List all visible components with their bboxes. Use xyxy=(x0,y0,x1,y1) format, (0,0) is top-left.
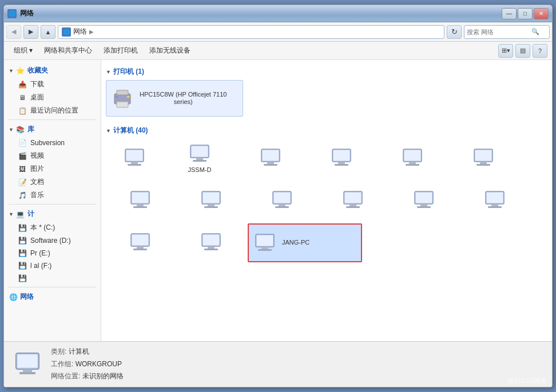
svg-rect-62 xyxy=(257,235,273,246)
computer-item-10[interactable] xyxy=(390,181,458,221)
svg-rect-50 xyxy=(487,193,503,203)
sidebar-item-label: 图片 xyxy=(30,164,44,174)
back-button[interactable]: ◀ xyxy=(6,25,21,39)
computer-icon-1 xyxy=(123,147,146,168)
svg-rect-8 xyxy=(128,164,141,166)
search-icon[interactable]: 🔍 xyxy=(530,26,541,38)
svg-rect-27 xyxy=(480,162,487,164)
organize-button[interactable]: 组织 ▾ xyxy=(9,44,38,58)
computer-item-7[interactable] xyxy=(177,181,245,221)
svg-rect-66 xyxy=(18,355,37,367)
libraries-label: 库 xyxy=(27,125,34,134)
address-bar: ◀ ▶ ▲ 🌐 网络 ▶ ↻ 🔍 xyxy=(4,22,552,42)
svg-rect-46 xyxy=(416,193,432,203)
svg-rect-47 xyxy=(420,204,427,206)
svg-rect-44 xyxy=(346,206,360,208)
add-printer-button[interactable]: 添加打印机 xyxy=(98,44,143,58)
sidebar-item-f[interactable]: 💾 l al (F:) xyxy=(4,259,101,272)
favorites-header[interactable]: ▼ ⭐ 收藏夹 xyxy=(4,63,101,78)
search-input[interactable] xyxy=(467,29,530,35)
sidebar-item-downloads[interactable]: 📥 下载 xyxy=(4,78,101,91)
computer-icon-12 xyxy=(129,232,152,253)
computer-item-12[interactable] xyxy=(106,223,174,263)
sidebar-item-e[interactable]: 💾 Pr (E:) xyxy=(4,247,101,259)
printer-item-1[interactable]: HPC15C8W (HP Officejet 7110series) xyxy=(106,80,243,117)
svg-rect-24 xyxy=(406,164,419,166)
computer-header[interactable]: ▼ 💻 计 xyxy=(4,207,101,221)
computer-icon-11 xyxy=(483,190,506,210)
network-header[interactable]: 🌐 网络 xyxy=(4,290,101,304)
sidebar-item-documents[interactable]: 📝 文档 xyxy=(4,175,101,189)
preview-pane-button[interactable]: ▤ xyxy=(515,44,530,58)
svg-rect-63 xyxy=(261,247,268,249)
sidebar-item-extra[interactable]: 💾 xyxy=(4,272,101,285)
computer-item-label: JSSM-D xyxy=(188,166,212,174)
view-mode-button[interactable]: ⊞▾ xyxy=(498,44,513,58)
computer-item-jssm[interactable]: JSSM-D xyxy=(165,139,234,179)
drive-d-icon: 💾 xyxy=(18,236,27,245)
up-button[interactable]: ▲ xyxy=(41,25,55,39)
svg-rect-64 xyxy=(258,249,272,251)
computer-item-2[interactable] xyxy=(236,139,305,179)
sidebar-item-d[interactable]: 💾 Software (D:) xyxy=(4,234,101,247)
sidebar-item-recent[interactable]: 📋 最近访问的位置 xyxy=(4,104,101,117)
workgroup-label: 工作组: xyxy=(51,360,73,368)
printer-icon xyxy=(111,88,134,109)
path-arrow: ▶ xyxy=(89,29,94,35)
close-button[interactable]: ✕ xyxy=(534,8,549,19)
svg-rect-16 xyxy=(264,164,277,166)
computers-grid: JSSM-D xyxy=(106,139,547,263)
computer-item-8[interactable] xyxy=(248,181,316,221)
explorer-window: 🌐 网络 — □ ✕ ◀ ▶ ▲ 🌐 网络 ▶ ↻ 🔍 组织 ▾ 网络和共享中心… xyxy=(3,5,553,387)
sidebar-item-label: 下载 xyxy=(30,79,44,89)
favorites-section: ▼ ⭐ 收藏夹 📥 下载 🖥 桌面 📋 最近访问的位置 xyxy=(4,63,101,117)
favorites-arrow: ▼ xyxy=(9,68,14,74)
sidebar-item-music[interactable]: 🎵 音乐 xyxy=(4,189,101,202)
favorites-icon: ⭐ xyxy=(16,66,25,75)
forward-button[interactable]: ▶ xyxy=(23,25,38,39)
refresh-button[interactable]: ↻ xyxy=(447,25,462,39)
computer-icon-10 xyxy=(412,190,435,210)
sidebar-item-desktop[interactable]: 🖥 桌面 xyxy=(4,91,101,104)
svg-rect-43 xyxy=(350,204,356,206)
svg-rect-34 xyxy=(203,193,219,203)
svg-rect-22 xyxy=(404,150,420,161)
sidebar-item-label: 本 * (C:) xyxy=(30,223,55,233)
computer-item-13[interactable] xyxy=(177,223,245,263)
computer-item-9[interactable] xyxy=(319,181,387,221)
sidebar-item-pictures[interactable]: 🖼 图片 xyxy=(4,162,101,175)
add-wireless-button[interactable]: 添加无线设备 xyxy=(144,44,196,58)
drive-e-icon: 💾 xyxy=(18,249,27,258)
sidebar-item-video[interactable]: 🎬 视频 xyxy=(4,149,101,162)
help-button[interactable]: ? xyxy=(533,44,547,58)
computer-item-3[interactable] xyxy=(307,139,376,179)
svg-rect-36 xyxy=(204,206,218,208)
computer-item-6[interactable] xyxy=(106,181,174,221)
maximize-button[interactable]: □ xyxy=(518,8,533,19)
computer-item-11[interactable] xyxy=(460,181,529,221)
sidebar-item-subversion[interactable]: 📄 Subversion xyxy=(4,137,101,149)
minimize-button[interactable]: — xyxy=(502,8,517,19)
printers-grid: HPC15C8W (HP Officejet 7110series) xyxy=(106,80,547,117)
sidebar-item-c[interactable]: 💾 本 * (C:) xyxy=(4,221,101,234)
network-center-button[interactable]: 网络和共享中心 xyxy=(39,44,97,58)
sidebar-item-label: 最近访问的位置 xyxy=(30,106,78,115)
svg-rect-15 xyxy=(267,162,274,164)
computer-item-5[interactable] xyxy=(449,139,518,179)
libraries-section: ▼ 📚 库 📄 Subversion 🎬 视频 🖼 图片 📝 xyxy=(4,122,101,202)
libraries-icon: 📚 xyxy=(16,125,25,134)
libraries-header[interactable]: ▼ 📚 库 xyxy=(4,122,101,137)
address-path[interactable]: 🌐 网络 ▶ xyxy=(58,25,444,39)
window-icon: 🌐 xyxy=(7,9,17,18)
workgroup-value: WORKGROUP xyxy=(76,360,122,368)
computer-item-4[interactable] xyxy=(378,139,447,179)
computer-item-partial1[interactable] xyxy=(106,139,163,179)
music-icon: 🎵 xyxy=(18,191,27,200)
sidebar-item-label: 桌面 xyxy=(30,93,44,102)
svg-rect-26 xyxy=(475,150,491,161)
window-title: 网络 xyxy=(20,9,502,18)
sidebar-item-label: Software (D:) xyxy=(30,237,71,245)
toolbar: 组织 ▾ 网络和共享中心 添加打印机 添加无线设备 ⊞▾ ▤ ? xyxy=(4,42,552,60)
svg-rect-10 xyxy=(192,146,208,157)
computer-item-jang-pc[interactable]: JANG-PC xyxy=(248,223,362,262)
